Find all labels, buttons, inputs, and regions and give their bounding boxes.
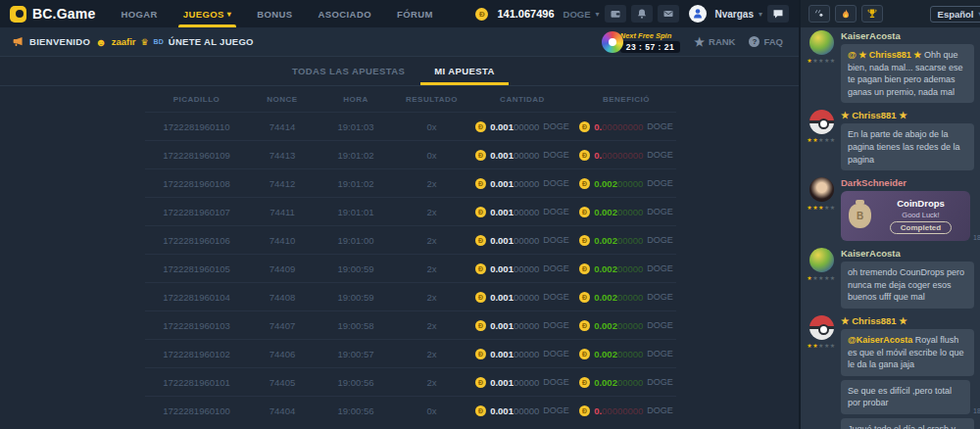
country-badge: BD [154,38,164,45]
chat-message: ★★★★★ ★ Chriss881 ★ En la parte de abajo… [808,110,980,170]
coindrops-card[interactable]: BCoinDropsGood Luck!Completed [841,191,970,241]
chat-message-left: ★★★★★ [808,30,834,103]
chat-username[interactable]: ★ Chriss881 ★ [841,110,980,120]
language-selector[interactable]: Español ▾ [930,6,980,23]
avatar[interactable] [809,30,834,55]
doge-coin-icon: Ð [579,207,590,217]
chat-username[interactable]: DarkSchneider [841,177,980,188]
doge-coin-icon: Ð [475,150,486,161]
chat-panel: Español ▾ ★★★★★ KaiserAcosta @ ★ Chriss8… [799,0,980,429]
tab-my-bets[interactable]: MI APUESTA [434,66,495,85]
card-completed-button[interactable]: Completed [890,221,952,234]
rank-link[interactable]: ★ RANK [694,35,735,49]
trophy-icon [866,8,878,20]
bet-hash: 1722281960101 [145,377,248,388]
chevron-down-icon[interactable]: ▾ [759,10,762,19]
bet-nonce: 74407 [248,320,317,331]
nav-item[interactable]: FÓRUM ▾ [397,0,433,27]
chat-bubbles: @KaiserAcosta Royal flush es que el móvi… [841,329,980,429]
chat-message: ★★★★★ KaiserAcosta oh tremendo CounDrops… [808,248,980,309]
user-avatar[interactable] [689,5,707,23]
hot-games-button[interactable] [835,5,857,23]
bet-nonce: 74404 [248,405,317,416]
table-row[interactable]: 1722281960102 74406 19:00:57 2x Ð0.00100… [145,339,676,367]
chat-message-body: KaiserAcosta oh tremendo CounDrops pero … [841,248,980,309]
bet-nonce: 74405 [248,377,317,388]
doge-coin-icon: Ð [579,235,590,246]
bet-amount: Ð0.00100000DOGE [468,349,576,359]
notifications-button[interactable] [631,5,653,23]
bcgame-logo[interactable]: BC.Game [10,6,95,23]
nav-item[interactable]: BONUS ▾ [257,0,292,27]
avatar[interactable] [809,110,834,134]
avatar[interactable] [809,248,834,272]
wallet-icon [610,8,621,20]
nav-item[interactable]: HOGAR ▾ [121,0,157,27]
table-row[interactable]: 1722281960108 74412 19:01:02 2x Ð0.00100… [145,168,676,197]
spin-wheel-icon [602,31,623,53]
bet-hash: 1722281960108 [145,178,248,189]
chat-bubble: En la parte de abajo de la pagina tienes… [841,123,974,170]
bet-time: 19:00:57 [317,349,395,359]
avatar[interactable] [809,315,834,340]
nav-item-label: ASOCIADO [318,9,371,20]
nav-item[interactable]: JUEGOS ▾ [183,0,231,27]
bet-amount: Ð0.00100000DOGE [468,292,576,303]
nav-item-label: BONUS [257,9,292,20]
bcgame-logo-icon [10,6,26,23]
bet-profit: Ð0.00000000DOGE [576,150,676,161]
table-row[interactable]: 1722281960104 74408 19:00:59 2x Ð0.00100… [145,282,676,310]
balance-currency[interactable]: DOGE [564,9,591,20]
spin-label: Next Free Spin [620,31,672,40]
table-row[interactable]: 1722281960109 74413 19:01:02 0x Ð0.00100… [145,140,676,168]
chevron-down-icon[interactable]: ▾ [596,10,600,19]
messages-button[interactable] [658,5,679,23]
bet-result: 2x [395,320,468,331]
tab-all-bets[interactable]: TODAS LAS APUESTAS [292,66,405,85]
avatar[interactable] [809,177,834,202]
main-area: BC.Game HOGAR ▾ JUEGOS ▾ BONUS ▾ ASOCIAD… [0,0,799,429]
bets-table-body: 1722281960110 74414 19:01:03 0x Ð0.00100… [145,112,676,424]
contest-button[interactable] [861,5,883,23]
bet-time: 19:00:56 [317,377,395,388]
chat-message: ★★★★★ ★ Chriss881 ★ @KaiserAcosta Royal … [808,315,980,429]
wallet-button[interactable] [605,5,626,23]
table-row[interactable]: 1722281960100 74404 19:00:56 0x Ð0.00100… [145,396,676,424]
table-row[interactable]: 1722281960103 74407 19:00:58 2x Ð0.00100… [145,310,676,339]
chat-username[interactable]: KaiserAcosta [841,248,980,259]
table-row[interactable]: 1722281960105 74409 19:00:59 2x Ð0.00100… [145,254,676,282]
free-spin-widget[interactable]: Next Free Spin 23 : 57 : 21 [602,31,680,53]
mention-link[interactable]: @ ★ Chriss881 ★ [848,50,924,60]
welcome-right: Next Free Spin 23 : 57 : 21 ★ RANK ? FAQ [602,31,787,53]
column-header: HORA [317,95,395,104]
chat-toggle-button[interactable] [767,5,789,23]
column-header: NONCE [248,95,317,104]
table-row[interactable]: 1722281960106 74410 19:01:00 2x Ð0.00100… [145,225,676,254]
bet-result: 2x [395,349,468,359]
table-row[interactable]: 1722281960101 74405 19:00:56 2x Ð0.00100… [145,367,676,396]
doge-coin-icon: Ð [579,263,590,274]
nav-item-label: FÓRUM [397,9,433,20]
faq-link[interactable]: ? FAQ [749,36,783,47]
chat-message-body: ★ Chriss881 ★ En la parte de abajo de la… [841,110,980,170]
chat-bubbles: BCoinDropsGood Luck!Completed18:58 [841,191,980,241]
chat-bubble: oh tremendo CounDrops pero nunca me deja… [841,262,974,309]
mention-link[interactable]: @KaiserAcosta [848,335,915,345]
chat-message: ★★★★★ DarkSchneider BCoinDropsGood Luck!… [808,177,980,241]
content-area: TODAS LAS APUESTAS MI APUESTA PICADILLON… [0,57,799,429]
chat-username[interactable]: KaiserAcosta [841,30,980,41]
chat-message-list[interactable]: ★★★★★ KaiserAcosta @ ★ Chriss881 ★ Ohh q… [801,27,980,429]
nav-item[interactable]: ASOCIADO ▾ [318,0,371,27]
doge-coin-icon: Ð [475,320,486,331]
coin-rain-button[interactable] [808,5,830,23]
bet-time: 19:01:01 [317,207,395,217]
table-row[interactable]: 1722281960107 74411 19:01:01 2x Ð0.00100… [145,197,676,225]
welcome-username[interactable]: zaafir [112,36,136,47]
bet-hash: 1722281960104 [145,292,248,303]
bet-time: 19:01:02 [317,150,395,161]
chat-username[interactable]: ★ Chriss881 ★ [841,315,980,326]
username[interactable]: Nvargas [715,9,754,20]
doge-coin-icon: Ð [579,405,590,416]
table-row[interactable]: 1722281960110 74414 19:01:03 0x Ð0.00100… [145,112,676,140]
doge-coin-icon: Ð [579,121,590,132]
